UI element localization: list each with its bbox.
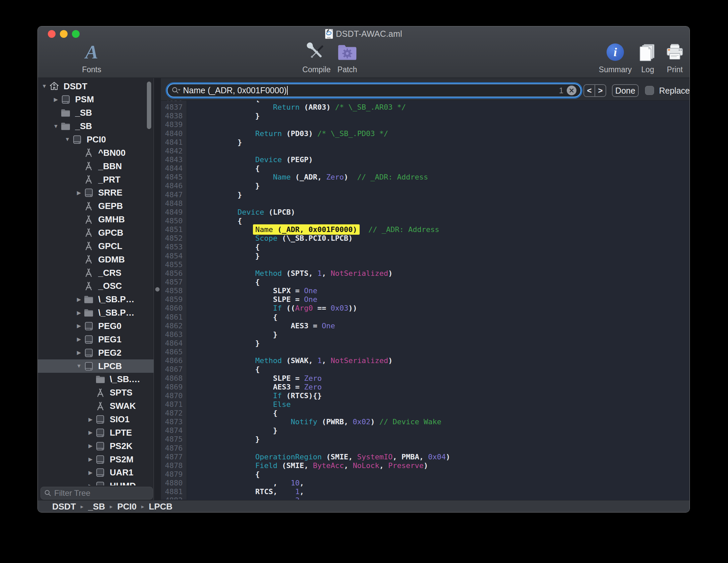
code-line-4844: 4844 { [161,164,690,173]
code-line-4874: 4874 } [161,426,690,435]
zoom-button[interactable] [72,30,80,38]
toolbar-fonts-button[interactable]: A Fonts [67,41,117,74]
tree-item-psm[interactable]: ▶PSM [38,93,154,106]
line-number: 4870 [161,391,187,400]
tree-item-lpte[interactable]: ▶LPTE [38,426,154,439]
method-icon [84,254,94,265]
tree-item-peg1[interactable]: ▶PEG1 [38,333,154,346]
tree-item-dsdt[interactable]: ▼DSDT [38,80,154,93]
search-input[interactable]: Name (_ADR, 0x001F0000) 1 ✕ [167,84,581,97]
tree-item-humd[interactable]: ▶HUMD [38,479,154,485]
line-number: 4876 [161,444,187,453]
code-line-4837: 4837 Return (AR03) /* \_SB_.AR03 */ [161,103,690,112]
disclosure-closed-icon[interactable]: ▶ [86,430,95,435]
tree-item-label: LPTE [110,428,132,438]
tree-item-gepb[interactable]: GEPB [38,200,154,213]
tree-item-sb[interactable]: _SB [38,106,154,120]
tree-item-bbn[interactable]: _BBN [38,159,154,173]
disclosure-closed-icon[interactable]: ▶ [86,417,95,422]
line-number: 4844 [161,164,187,173]
code-line-4842: 4842 [161,147,690,155]
line-number: 4837 [161,103,187,112]
tree-item-crs[interactable]: _CRS [38,266,154,279]
code-line-4860: 4860 If ((Arg0 == 0x03)) [161,304,690,313]
disclosure-closed-icon[interactable]: ▶ [86,483,95,485]
tree-item-prt[interactable]: _PRT [38,173,154,186]
disclosure-open-icon[interactable]: ▼ [75,363,84,369]
tree-item-gpcl[interactable]: GPCL [38,239,154,253]
code-line-4840: 4840 Return (PD03) /* \_SB_.PD03 */ [161,129,690,138]
clear-search-icon[interactable]: ✕ [567,86,576,95]
line-number: 4855 [161,260,187,269]
line-number: 4878 [161,461,187,470]
breadcrumb-item-dsdt[interactable]: DSDT [52,501,76,512]
tree-item-pci0[interactable]: ▼PCI0 [38,133,154,146]
sidebar-scrollbar[interactable] [147,82,151,129]
tree-item-label: \_SB.P… [98,308,134,318]
tree-item-lpcb[interactable]: ▼LPCB [38,359,154,373]
tree-item-gdmb[interactable]: GDMB [38,253,154,266]
toolbar-patch-button[interactable]: Patch [322,41,372,74]
disclosure-open-icon[interactable]: ▼ [40,84,49,89]
code-viewport[interactable]: 4836 {4837 Return (AR03) /* \_SB_.AR03 *… [161,101,690,499]
breadcrumb: DSDT▸_SB▸PCI0▸LPCB [38,500,690,513]
line-number: 4879 [161,470,187,479]
disclosure-closed-icon[interactable]: ▶ [75,190,84,196]
disclosure-closed-icon[interactable]: ▶ [75,310,84,316]
disclosure-closed-icon[interactable]: ▶ [75,350,84,355]
method-icon [84,214,94,225]
tree-item-sio1[interactable]: ▶SIO1 [38,413,154,426]
tree-item-gpcb[interactable]: GPCB [38,226,154,239]
minimize-button[interactable] [60,30,68,38]
disclosure-closed-icon[interactable]: ▶ [86,457,95,462]
splitter-handle-icon [155,287,160,292]
disclosure-open-icon[interactable]: ▼ [52,124,61,129]
find-next-button[interactable]: > [595,85,606,96]
folder-icon [84,308,94,318]
disclosure-closed-icon[interactable]: ▶ [86,470,95,475]
disclosure-closed-icon[interactable]: ▶ [86,443,95,449]
code-line-4863: 4863 } [161,330,690,339]
tree-item-sb[interactable]: \_SB.… [38,373,154,386]
tree-item-swak[interactable]: SWAK [38,400,154,413]
tree-item-ps2k[interactable]: ▶PS2K [38,439,154,453]
tree-item-bn00[interactable]: ^BN00 [38,146,154,159]
toolbar-print-button[interactable]: Print [650,41,690,74]
tree-item-gmhb[interactable]: GMHB [38,213,154,226]
pane-splitter[interactable] [154,78,161,500]
tree-item-uar1[interactable]: ▶UAR1 [38,466,154,479]
tree-item-sb[interactable]: ▼_SB [38,120,154,133]
tree-item-srre[interactable]: ▶SRRE [38,186,154,200]
tree-item-sbp[interactable]: ▶\_SB.P… [38,293,154,306]
breadcrumb-item-sb[interactable]: _SB [88,501,105,512]
tree-item-spts[interactable]: SPTS [38,386,154,400]
filter-tree-input[interactable]: Filter Tree [40,487,153,499]
line-number: 4862 [161,322,187,330]
disclosure-closed-icon[interactable]: ▶ [75,337,84,342]
breadcrumb-item-lpcb[interactable]: LPCB [149,501,173,512]
tree-item-ps2m[interactable]: ▶PS2M [38,453,154,466]
tree-item-label: PCI0 [87,134,106,145]
code-line-4838: 4838 } [161,112,690,120]
tree-item-label: GEPB [98,201,123,211]
disclosure-closed-icon[interactable]: ▶ [75,297,84,302]
disclosure-closed-icon[interactable]: ▶ [52,97,61,102]
code-line-4869: 4869 AES3 = Zero [161,383,690,391]
find-previous-button[interactable]: < [584,85,595,96]
replace-checkbox[interactable] [645,86,654,95]
line-number: 4881 [161,487,187,496]
disclosure-open-icon[interactable]: ▼ [63,137,72,142]
breadcrumb-item-pci0[interactable]: PCI0 [117,501,136,512]
tree-item-peg2[interactable]: ▶PEG2 [38,346,154,359]
tree-item-peg0[interactable]: ▶PEG0 [38,319,154,333]
tree-item-sbp[interactable]: ▶\_SB.P… [38,306,154,320]
tree-item-label: PEG2 [98,348,121,358]
home-icon [49,81,59,92]
done-button[interactable]: Done [612,84,639,97]
tree-item-osc[interactable]: _OSC [38,279,154,293]
close-button[interactable] [48,30,56,38]
titlebar: AML DSDT-AWAC.aml A Fonts [38,26,690,78]
disclosure-closed-icon[interactable]: ▶ [75,323,84,329]
line-number: 4850 [161,217,187,225]
code-line-4851: 4851 Name (_ADR, 0x001F0000) // _ADR: Ad… [161,225,690,234]
